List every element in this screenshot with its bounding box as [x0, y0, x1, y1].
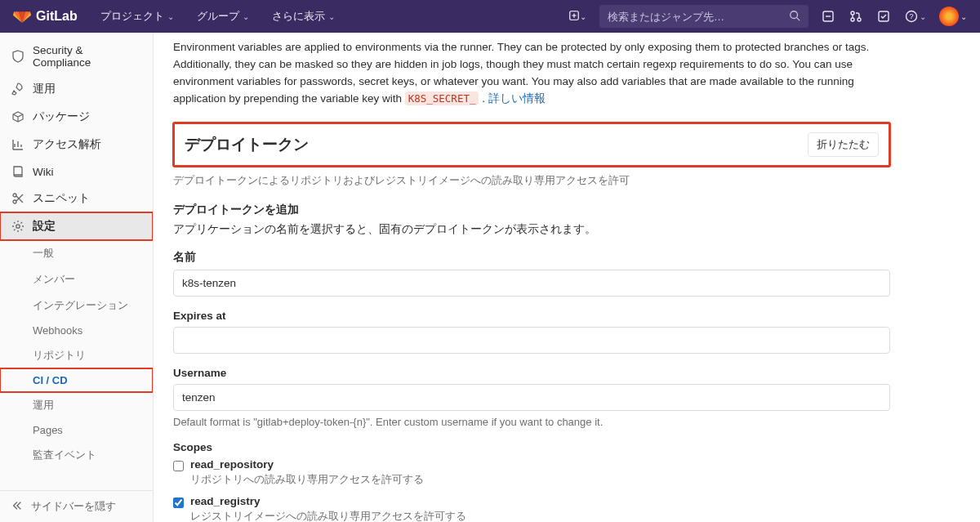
nav-projects[interactable]: プロジェクト ⌄ — [92, 0, 182, 33]
sidebar-item-scissors[interactable]: スニペット — [0, 185, 153, 212]
svg-point-9 — [13, 194, 16, 197]
svg-point-11 — [16, 225, 20, 228]
search-box[interactable] — [599, 5, 808, 28]
sidebar-item-label: スニペット — [33, 191, 90, 206]
expires-input[interactable] — [173, 327, 890, 354]
navbar: GitLab プロジェクト ⌄ グループ ⌄ さらに表示 ⌄ ⌄ ?⌄ ⌄ — [0, 0, 980, 33]
chevrons-left-icon — [11, 500, 23, 514]
scope-desc: レジストリイメージへの読み取り専用アクセスを許可する — [190, 509, 466, 522]
sidebar-item-package[interactable]: パッケージ — [0, 103, 153, 131]
sidebar-sub--[interactable]: 監査イベント — [0, 442, 153, 468]
issues-icon[interactable] — [815, 0, 841, 33]
sidebar-sub--[interactable]: インテグレーション — [0, 292, 153, 319]
sidebar-item-label: パッケージ — [33, 109, 90, 124]
section-deploy-tokens-header: デプロイトークン 折りたたむ — [173, 123, 890, 167]
scope-read_registry-checkbox[interactable] — [173, 497, 184, 508]
sidebar-item-label: アクセス解析 — [33, 137, 101, 152]
sidebar-item-label: Security & Compliance — [33, 44, 141, 69]
form-heading: デプロイトークンを追加 — [173, 203, 890, 217]
gitlab-icon — [13, 6, 31, 27]
svg-point-1 — [791, 11, 798, 18]
scope-read_registry: read_registryレジストリイメージへの読み取り専用アクセスを許可する — [173, 495, 890, 522]
rocket-icon — [11, 83, 24, 96]
sidebar-sub--[interactable]: リポジトリ — [0, 342, 153, 368]
name-input[interactable] — [173, 270, 890, 297]
sidebar: Security & Compliance運用パッケージアクセス解析Wikiスニ… — [0, 33, 154, 522]
expires-label: Expires at — [173, 310, 890, 322]
sidebar-item-chart[interactable]: アクセス解析 — [0, 131, 153, 158]
form-subtext: アプリケーションの名前を選択すると、固有のデプロイトークンが表示されます。 — [173, 222, 890, 237]
help-icon[interactable]: ?⌄ — [898, 0, 933, 33]
sidebar-item-label: Wiki — [33, 166, 54, 178]
scope-label: read_repository — [190, 458, 424, 471]
svg-point-10 — [13, 200, 16, 203]
svg-rect-6 — [879, 11, 889, 21]
username-label: Username — [173, 367, 890, 379]
todos-icon[interactable] — [871, 0, 897, 33]
chart-icon — [11, 138, 24, 151]
svg-point-3 — [851, 11, 854, 15]
scope-desc: リポジトリへの読み取り専用アクセスを許可する — [190, 472, 424, 487]
sidebar-sub--[interactable]: 一般 — [0, 240, 153, 266]
chevron-down-icon: ⌄ — [580, 12, 586, 21]
avatar — [939, 7, 959, 26]
sidebar-item-label: 運用 — [33, 82, 56, 96]
book-icon — [11, 165, 24, 178]
package-icon — [11, 110, 24, 123]
sidebar-sub-pages[interactable]: Pages — [0, 418, 153, 442]
merge-requests-icon[interactable] — [843, 0, 869, 33]
nav-more[interactable]: さらに表示 ⌄ — [264, 0, 343, 33]
sidebar-item-label: 設定 — [33, 219, 56, 234]
gear-icon — [11, 220, 24, 233]
scope-label: read_registry — [190, 495, 466, 507]
sidebar-item-book[interactable]: Wiki — [0, 158, 153, 185]
svg-point-5 — [858, 18, 861, 21]
more-info-link[interactable]: 詳しい情報 — [488, 92, 546, 105]
username-input[interactable] — [173, 384, 890, 411]
sidebar-sub-ci-cd[interactable]: CI / CD — [0, 368, 153, 392]
name-label: 名前 — [173, 250, 890, 265]
svg-text:?: ? — [909, 12, 913, 20]
chevron-down-icon: ⌄ — [328, 12, 335, 21]
section-title: デプロイトークン — [185, 134, 309, 155]
scope-read_repository-checkbox[interactable] — [173, 461, 184, 471]
scopes-label: Scopes — [173, 441, 890, 453]
chevron-down-icon: ⌄ — [243, 12, 249, 21]
search-icon — [789, 10, 800, 24]
intro-text: Environment variables are applied to env… — [173, 39, 890, 108]
sidebar-item-shield[interactable]: Security & Compliance — [0, 38, 153, 75]
code-k8s-secret: K8S_SECRET_ — [405, 91, 479, 105]
brand-text: GitLab — [36, 9, 78, 24]
sidebar-sub--[interactable]: 運用 — [0, 392, 153, 418]
plus-icon — [568, 10, 580, 24]
nav-groups[interactable]: グループ ⌄ — [189, 0, 257, 33]
brand-logo[interactable]: GitLab — [13, 6, 78, 27]
sidebar-item-gear[interactable]: 設定 — [0, 212, 153, 240]
main-content: Environment variables are applied to env… — [154, 33, 980, 522]
collapse-button[interactable]: 折りたたむ — [808, 132, 879, 157]
username-help: Default format is "gitlab+deploy-token-{… — [173, 416, 890, 428]
section-description: デプロイトークンによるリポジトリおよびレジストリイメージへの読み取り専用アクセス… — [173, 173, 890, 188]
collapse-sidebar-button[interactable]: サイドバーを隠す — [0, 490, 153, 522]
chevron-down-icon: ⌄ — [167, 12, 174, 21]
chevron-down-icon: ⌄ — [960, 12, 967, 21]
user-menu[interactable]: ⌄ — [934, 7, 967, 26]
shield-icon — [11, 50, 24, 63]
plus-button[interactable]: ⌄ — [562, 0, 593, 33]
sidebar-sub-webhooks[interactable]: Webhooks — [0, 319, 153, 342]
scissors-icon — [11, 192, 24, 205]
search-input[interactable] — [608, 11, 789, 23]
sidebar-sub--[interactable]: メンバー — [0, 266, 153, 292]
scope-read_repository: read_repositoryリポジトリへの読み取り専用アクセスを許可する — [173, 458, 890, 487]
svg-point-4 — [851, 18, 854, 21]
sidebar-item-rocket[interactable]: 運用 — [0, 75, 153, 103]
